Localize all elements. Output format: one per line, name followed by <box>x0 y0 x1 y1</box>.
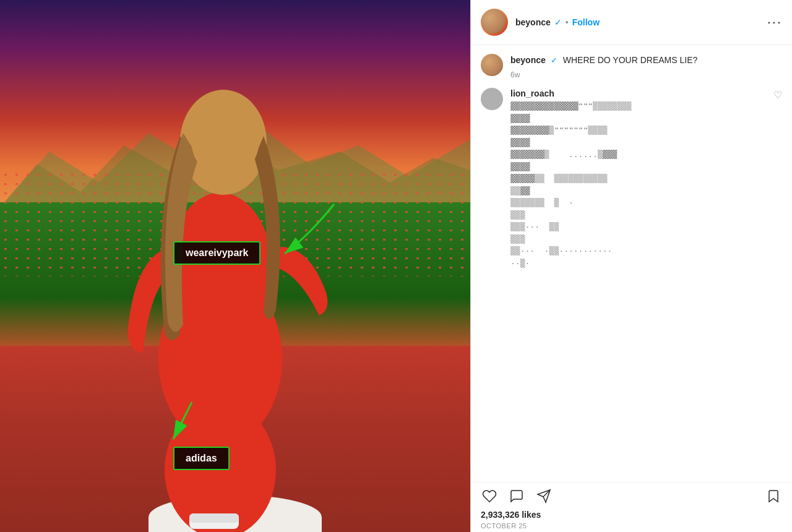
profile-avatar[interactable] <box>481 9 508 36</box>
post-detail-panel: beyonce ✓ • Follow ··· beyonce ✓ WHERE D… <box>470 0 792 532</box>
action-icons <box>481 487 782 505</box>
adidas-label: adidas <box>173 447 230 470</box>
follow-button[interactable]: Follow <box>572 17 600 27</box>
comment-username[interactable]: lion_roach <box>510 88 554 98</box>
comment-heart-button[interactable]: ♡ <box>773 89 782 101</box>
comment-button[interactable] <box>508 487 525 505</box>
share-button[interactable] <box>535 487 553 505</box>
avatar-image <box>481 9 506 33</box>
dot-separator: • <box>566 17 569 27</box>
svg-point-3 <box>191 99 259 179</box>
comment-content: lion_roach ▓▓▓▓▓▓▓▓▓▓▓▓▓▓❝❝❝▒▒▒▒▒▒▒▒▓▓▓▓… <box>510 88 766 269</box>
svg-rect-5 <box>189 513 239 523</box>
more-options-button[interactable]: ··· <box>767 14 782 30</box>
likes-count: 2,933,326 likes <box>481 510 782 520</box>
post-image: weareivypark adidas <box>0 0 470 532</box>
comment-avatar[interactable] <box>481 88 503 110</box>
caption-body: WHERE DO YOUR DREAMS LIE? <box>563 55 698 65</box>
caption-text: beyonce ✓ WHERE DO YOUR DREAMS LIE? 6w <box>510 54 782 79</box>
profile-username[interactable]: beyonce <box>515 17 551 27</box>
ivypark-label: weareivypark <box>173 241 260 265</box>
post-date: OCTOBER 25 <box>481 522 782 530</box>
comment-text: ▓▓▓▓▓▓▓▓▓▓▓▓▓▓❝❝❝▒▒▒▒▒▒▒▒▓▓▓▓▓▓▓▓▓▓▓▓▒❝❝… <box>510 100 766 269</box>
action-bar: 2,933,326 likes OCTOBER 25 <box>471 482 792 532</box>
caption-timestamp: 6w <box>510 71 782 79</box>
comments-area: lion_roach ▓▓▓▓▓▓▓▓▓▓▓▓▓▓❝❝❝▒▒▒▒▒▒▒▒▓▓▓▓… <box>471 88 792 269</box>
like-button[interactable] <box>481 487 498 505</box>
post-content-area: beyonce ✓ WHERE DO YOUR DREAMS LIE? 6w l… <box>471 45 792 482</box>
caption-username[interactable]: beyonce <box>510 55 546 65</box>
header-info: beyonce ✓ • Follow <box>515 17 767 27</box>
bookmark-button[interactable] <box>765 487 782 505</box>
caption-avatar[interactable] <box>481 54 503 76</box>
comment-item: lion_roach ▓▓▓▓▓▓▓▓▓▓▓▓▓▓❝❝❝▒▒▒▒▒▒▒▒▓▓▓▓… <box>481 88 782 269</box>
post-image-panel: weareivypark adidas <box>0 0 470 532</box>
caption-verified-badge: ✓ <box>551 56 557 65</box>
caption-section: beyonce ✓ WHERE DO YOUR DREAMS LIE? 6w <box>471 45 792 88</box>
post-header: beyonce ✓ • Follow ··· <box>471 0 792 45</box>
verified-badge: ✓ <box>554 17 562 27</box>
